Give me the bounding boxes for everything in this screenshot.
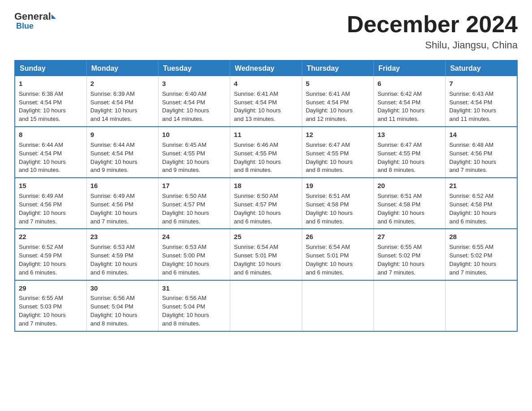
- day-info: Sunrise: 6:41 AMSunset: 4:54 PMDaylight:…: [234, 90, 281, 123]
- day-info: Sunrise: 6:53 AMSunset: 4:59 PMDaylight:…: [90, 244, 137, 276]
- calendar-week-row: 29 Sunrise: 6:55 AMSunset: 5:03 PMDaylig…: [15, 280, 517, 331]
- table-row: 15 Sunrise: 6:49 AMSunset: 4:56 PMDaylig…: [15, 178, 86, 229]
- day-number: 5: [306, 79, 370, 89]
- day-info: Sunrise: 6:52 AMSunset: 4:59 PMDaylight:…: [19, 244, 66, 276]
- day-number: 4: [234, 79, 298, 89]
- day-info: Sunrise: 6:54 AMSunset: 5:01 PMDaylight:…: [306, 244, 353, 276]
- calendar-week-row: 15 Sunrise: 6:49 AMSunset: 4:56 PMDaylig…: [15, 178, 517, 229]
- table-row: 30 Sunrise: 6:56 AMSunset: 5:04 PMDaylig…: [86, 280, 158, 331]
- day-info: Sunrise: 6:44 AMSunset: 4:54 PMDaylight:…: [90, 141, 137, 174]
- table-row: [302, 280, 373, 331]
- day-number: 7: [449, 79, 513, 89]
- day-info: Sunrise: 6:56 AMSunset: 5:04 PMDaylight:…: [162, 295, 209, 327]
- day-info: Sunrise: 6:56 AMSunset: 5:04 PMDaylight:…: [90, 295, 137, 327]
- table-row: 12 Sunrise: 6:47 AMSunset: 4:55 PMDaylig…: [302, 127, 373, 178]
- table-row: 7 Sunrise: 6:43 AMSunset: 4:54 PMDayligh…: [446, 76, 517, 127]
- table-row: 28 Sunrise: 6:55 AMSunset: 5:02 PMDaylig…: [446, 229, 517, 280]
- location-subtitle: Shilu, Jiangsu, China: [347, 39, 518, 51]
- day-number: 30: [90, 283, 154, 293]
- title-area: December 2024 Shilu, Jiangsu, China: [347, 11, 518, 51]
- logo-blue: Blue: [16, 21, 34, 31]
- page-header: General Blue December 2024 Shilu, Jiangs…: [14, 11, 518, 51]
- calendar-table: Sunday Monday Tuesday Wednesday Thursday…: [14, 60, 518, 332]
- table-row: 13 Sunrise: 6:47 AMSunset: 4:55 PMDaylig…: [373, 127, 445, 178]
- table-row: [373, 280, 445, 331]
- table-row: 3 Sunrise: 6:40 AMSunset: 4:54 PMDayligh…: [159, 76, 230, 127]
- table-row: 22 Sunrise: 6:52 AMSunset: 4:59 PMDaylig…: [15, 229, 86, 280]
- table-row: 31 Sunrise: 6:56 AMSunset: 5:04 PMDaylig…: [159, 280, 230, 331]
- header-friday: Friday: [373, 60, 445, 76]
- day-info: Sunrise: 6:49 AMSunset: 4:56 PMDaylight:…: [19, 193, 66, 225]
- table-row: 8 Sunrise: 6:44 AMSunset: 4:54 PMDayligh…: [15, 127, 86, 178]
- day-number: 22: [19, 232, 83, 242]
- table-row: 18 Sunrise: 6:50 AMSunset: 4:57 PMDaylig…: [230, 178, 302, 229]
- table-row: 4 Sunrise: 6:41 AMSunset: 4:54 PMDayligh…: [230, 76, 302, 127]
- day-info: Sunrise: 6:55 AMSunset: 5:02 PMDaylight:…: [449, 244, 496, 276]
- day-number: 31: [162, 283, 226, 293]
- day-number: 28: [449, 232, 513, 242]
- day-info: Sunrise: 6:49 AMSunset: 4:56 PMDaylight:…: [90, 193, 137, 225]
- day-number: 1: [19, 79, 83, 89]
- day-info: Sunrise: 6:38 AMSunset: 4:54 PMDaylight:…: [19, 90, 66, 123]
- table-row: 16 Sunrise: 6:49 AMSunset: 4:56 PMDaylig…: [86, 178, 158, 229]
- table-row: 23 Sunrise: 6:53 AMSunset: 4:59 PMDaylig…: [86, 229, 158, 280]
- day-info: Sunrise: 6:51 AMSunset: 4:58 PMDaylight:…: [306, 193, 353, 225]
- day-info: Sunrise: 6:45 AMSunset: 4:55 PMDaylight:…: [162, 141, 209, 174]
- month-year-title: December 2024: [347, 11, 518, 38]
- day-info: Sunrise: 6:44 AMSunset: 4:54 PMDaylight:…: [19, 141, 66, 174]
- day-number: 8: [19, 130, 83, 140]
- header-sunday: Sunday: [15, 60, 86, 76]
- calendar-week-row: 22 Sunrise: 6:52 AMSunset: 4:59 PMDaylig…: [15, 229, 517, 280]
- day-number: 11: [234, 130, 298, 140]
- day-number: 26: [306, 232, 370, 242]
- table-row: 17 Sunrise: 6:50 AMSunset: 4:57 PMDaylig…: [159, 178, 230, 229]
- header-monday: Monday: [86, 60, 158, 76]
- day-number: 29: [19, 283, 83, 293]
- day-info: Sunrise: 6:46 AMSunset: 4:55 PMDaylight:…: [234, 141, 281, 174]
- day-info: Sunrise: 6:52 AMSunset: 4:58 PMDaylight:…: [449, 193, 496, 225]
- weekday-header-row: Sunday Monday Tuesday Wednesday Thursday…: [15, 60, 517, 76]
- day-info: Sunrise: 6:39 AMSunset: 4:54 PMDaylight:…: [90, 90, 137, 123]
- day-number: 24: [162, 232, 226, 242]
- day-number: 13: [378, 130, 442, 140]
- day-number: 9: [90, 130, 154, 140]
- day-number: 14: [449, 130, 513, 140]
- header-wednesday: Wednesday: [230, 60, 302, 76]
- table-row: 21 Sunrise: 6:52 AMSunset: 4:58 PMDaylig…: [446, 178, 517, 229]
- calendar-week-row: 8 Sunrise: 6:44 AMSunset: 4:54 PMDayligh…: [15, 127, 517, 178]
- table-row: 29 Sunrise: 6:55 AMSunset: 5:03 PMDaylig…: [15, 280, 86, 331]
- table-row: 26 Sunrise: 6:54 AMSunset: 5:01 PMDaylig…: [302, 229, 373, 280]
- table-row: 5 Sunrise: 6:41 AMSunset: 4:54 PMDayligh…: [302, 76, 373, 127]
- day-info: Sunrise: 6:50 AMSunset: 4:57 PMDaylight:…: [234, 193, 281, 225]
- day-number: 6: [378, 79, 442, 89]
- header-tuesday: Tuesday: [159, 60, 230, 76]
- table-row: 1 Sunrise: 6:38 AMSunset: 4:54 PMDayligh…: [15, 76, 86, 127]
- day-number: 12: [306, 130, 370, 140]
- day-info: Sunrise: 6:55 AMSunset: 5:03 PMDaylight:…: [19, 295, 66, 327]
- table-row: 24 Sunrise: 6:53 AMSunset: 5:00 PMDaylig…: [159, 229, 230, 280]
- day-number: 19: [306, 181, 370, 191]
- logo-general: General: [14, 11, 51, 22]
- day-info: Sunrise: 6:47 AMSunset: 4:55 PMDaylight:…: [378, 141, 425, 174]
- day-info: Sunrise: 6:40 AMSunset: 4:54 PMDaylight:…: [162, 90, 209, 123]
- day-number: 23: [90, 232, 154, 242]
- table-row: 11 Sunrise: 6:46 AMSunset: 4:55 PMDaylig…: [230, 127, 302, 178]
- header-saturday: Saturday: [446, 60, 517, 76]
- day-number: 27: [378, 232, 442, 242]
- day-info: Sunrise: 6:51 AMSunset: 4:58 PMDaylight:…: [378, 193, 425, 225]
- day-number: 21: [449, 181, 513, 191]
- table-row: 10 Sunrise: 6:45 AMSunset: 4:55 PMDaylig…: [159, 127, 230, 178]
- table-row: 27 Sunrise: 6:55 AMSunset: 5:02 PMDaylig…: [373, 229, 445, 280]
- calendar-week-row: 1 Sunrise: 6:38 AMSunset: 4:54 PMDayligh…: [15, 76, 517, 127]
- day-info: Sunrise: 6:54 AMSunset: 5:01 PMDaylight:…: [234, 244, 281, 276]
- day-info: Sunrise: 6:53 AMSunset: 5:00 PMDaylight:…: [162, 244, 209, 276]
- day-info: Sunrise: 6:42 AMSunset: 4:54 PMDaylight:…: [378, 90, 425, 123]
- table-row: [446, 280, 517, 331]
- day-info: Sunrise: 6:47 AMSunset: 4:55 PMDaylight:…: [306, 141, 353, 174]
- day-number: 20: [378, 181, 442, 191]
- logo-text: General: [14, 11, 56, 22]
- day-number: 10: [162, 130, 226, 140]
- day-number: 2: [90, 79, 154, 89]
- table-row: 14 Sunrise: 6:48 AMSunset: 4:56 PMDaylig…: [446, 127, 517, 178]
- table-row: [230, 280, 302, 331]
